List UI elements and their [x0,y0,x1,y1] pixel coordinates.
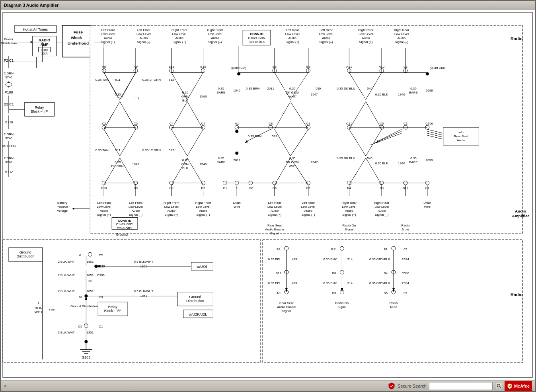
svg-text:Low Level: Low Level [342,205,356,209]
svg-text:Signal (–): Signal (–) [302,213,315,216]
svg-text:C5: C5 [78,325,82,329]
svg-text:1546: 1546 [200,162,207,166]
svg-text:BLK/: BLK/ [35,306,43,310]
svg-text:314: 314 [347,281,353,285]
svg-text:Left Front: Left Front [97,201,111,205]
svg-text:G203: G203 [82,355,90,359]
svg-text:Audio: Audio [398,36,406,40]
search-input[interactable] [429,382,493,390]
svg-text:Audio: Audio [104,36,112,40]
svg-text:B4: B4 [384,271,388,275]
svg-text:1547: 1547 [311,160,318,164]
svg-text:Low Level: Low Level [129,205,143,209]
svg-text:1851: 1851 [86,289,94,293]
mcafee-shield-icon [388,382,395,390]
svg-text:2099: 2099 [426,158,433,162]
svg-text:0.35 BRN: 0.35 BRN [246,87,260,90]
svg-point-339 [88,252,92,256]
svg-text:Low Level: Low Level [136,32,151,36]
svg-text:Right Front: Right Front [195,201,211,205]
svg-text:Audio: Audio [271,209,279,213]
svg-text:0.35 PNK: 0.35 PNK [323,281,337,285]
svg-text:0.35 DK BLU: 0.35 DK BLU [337,87,355,90]
search-button[interactable] [495,382,503,390]
svg-text:2099: 2099 [426,89,433,92]
svg-text:512: 512 [169,148,174,152]
svg-text:WHT: WHT [35,310,43,314]
svg-text:A1: A1 [235,122,239,125]
svg-text:512: 512 [169,78,174,82]
svg-text:BLK: BLK [182,166,189,170]
svg-text:Low Level: Low Level [208,32,222,36]
close-button[interactable]: × [4,383,7,389]
diagram-area: Hot at All Times Power Distribution RADI… [1,10,535,380]
svg-text:C306: C306 [97,273,105,277]
svg-rect-154 [102,98,138,113]
title-bar: Diagram 3 Audio Amplifier [1,1,535,10]
svg-point-26 [6,82,12,86]
svg-text:Right Rear: Right Rear [341,201,357,205]
svg-text:Radio: Radio [390,301,398,305]
svg-text:599: 599 [272,135,277,138]
svg-text:1947: 1947 [132,162,139,166]
svg-text:C3: C3 [134,122,138,125]
svg-text:Ground: Ground [189,295,201,299]
svg-text:Radio: Radio [402,224,410,227]
svg-text:B11: B11 [331,248,337,251]
svg-text:546: 546 [367,87,373,90]
svg-text:599: 599 [316,87,321,90]
svg-text:M: M [79,295,82,299]
svg-text:C2=12 BLK: C2=12 BLK [249,40,265,44]
svg-text:Audio: Audio [199,209,207,213]
svg-text:Signal (+): Signal (+) [165,213,179,216]
svg-text:Audio: Audio [140,36,148,40]
svg-text:AMP: AMP [41,43,49,47]
status-bar: × Secure Search M McAfee [1,380,535,391]
svg-text:1547: 1547 [311,93,318,96]
svg-text:Audio: Audio [288,36,297,40]
svg-text:Signal (+): Signal (+) [97,213,111,216]
svg-text:Right Rear: Right Rear [358,28,373,32]
svg-text:2 ORN: 2 ORN [4,72,14,75]
svg-text:Low Level: Low Level [172,32,187,36]
svg-text:Signal (–): Signal (–) [208,40,222,44]
svg-text:C2: C2 [249,186,253,190]
svg-text:Rear Seat: Rear Seat [267,224,282,227]
svg-text:0.35 GRY/BLK: 0.35 GRY/BLK [369,281,390,285]
svg-text:P100: P100 [4,90,13,94]
svg-text:Low Level: Low Level [267,205,282,209]
svg-text:0.35 LT GRN: 0.35 LT GRN [142,148,161,152]
mcafee-label: McAfee [514,384,530,388]
svg-text:Audio: Audio [132,209,140,213]
svg-text:Low Level: Low Level [359,32,373,36]
svg-text:Right Front: Right Front [164,201,179,205]
svg-text:Low Level: Low Level [374,205,389,209]
svg-point-398 [340,246,344,250]
svg-text:Block – I/P: Block – I/P [104,309,121,313]
svg-text:Relay: Relay [108,305,117,309]
svg-text:Underhood: Underhood [68,41,89,45]
svg-text:Audio: Audio [345,209,353,213]
svg-text:511: 511 [115,148,121,152]
svg-text:C1=24 GRY: C1=24 GRY [116,222,134,226]
svg-text:BARE: BARE [217,91,226,94]
svg-text:Rear Seat: Rear Seat [279,301,294,305]
svg-text:2 BLK/WHT: 2 BLK/WHT [58,273,74,277]
svg-text:Audio: Audio [457,138,465,142]
svg-text:C2: C2 [99,254,103,257]
svg-text:Wire: Wire [424,205,431,209]
svg-text:B1: B1 [384,248,388,251]
diagram-svg: Hot at All Times Power Distribution RADI… [1,10,535,380]
svg-text:Fuse: Fuse [41,48,48,52]
svg-text:Audio: Audio [304,209,313,213]
svg-text:3 BLK/WHT: 3 BLK/WHT [58,331,74,334]
svg-text:A3: A3 [277,291,281,295]
svg-text:C1: C1 [223,186,227,190]
svg-text:B2: B2 [277,248,281,251]
svg-text:C8: C8 [269,122,273,125]
svg-text:Left Front: Left Front [129,201,143,205]
svg-line-469 [499,386,501,388]
svg-text:Block –: Block – [71,35,86,40]
svg-point-213 [235,152,238,155]
svg-text:0.35: 0.35 [289,87,296,90]
